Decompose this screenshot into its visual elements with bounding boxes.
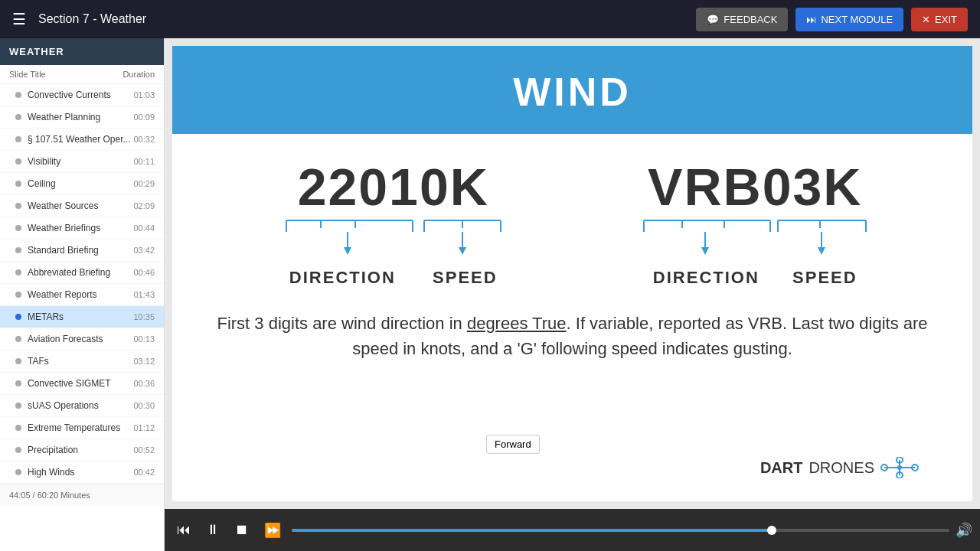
- sidebar: WEATHER Slide Title Duration Convective …: [0, 38, 165, 551]
- direction-label-1: DIRECTION: [289, 268, 396, 288]
- item-dot-0: [15, 92, 21, 98]
- sidebar-item-name-13: Convective SIGMET: [28, 378, 133, 389]
- sidebar-items-list: Convective Currents 01:03 Weather Planni…: [0, 84, 164, 484]
- sidebar-item-duration-11: 00:13: [133, 334, 155, 344]
- item-dot-6: [15, 225, 21, 231]
- progress-played: [292, 529, 772, 532]
- item-dot-1: [15, 114, 21, 120]
- sidebar-item[interactable]: § 107.51 Weather Oper... 00:32: [0, 129, 164, 151]
- sidebar-item[interactable]: Standard Briefing 03:42: [0, 240, 164, 262]
- sidebar-item-name-7: Standard Briefing: [28, 245, 133, 256]
- dart-drones-logo: DARTDRONES: [211, 449, 934, 486]
- sidebar-item-name-5: Weather Sources: [28, 201, 133, 211]
- sidebar-item-name-17: High Winds: [28, 467, 133, 478]
- sidebar-item-name-14: sUAS Operations: [28, 400, 133, 411]
- slide-body: 22010K: [172, 134, 972, 501]
- bottom-controls: ⏮ ⏸ ⏹ ⏩ 🔊: [165, 509, 980, 551]
- sidebar-item-name-6: Weather Briefings: [28, 223, 133, 233]
- slide-wrapper: WIND 22010K: [172, 46, 972, 501]
- sidebar-item-duration-16: 00:52: [133, 445, 155, 455]
- sidebar-item-duration-14: 00:30: [133, 401, 155, 410]
- wind-example-2: VRB03K: [636, 157, 874, 288]
- description-text: First 3 digits are wind direction in deg…: [211, 311, 934, 361]
- item-dot-3: [15, 158, 21, 165]
- forward-button[interactable]: ⏩: [260, 519, 286, 542]
- slide-main-title: WIND: [188, 69, 957, 115]
- labels-row-2: DIRECTION SPEED: [636, 268, 874, 288]
- sidebar-item[interactable]: Weather Sources 02:09: [0, 195, 164, 217]
- svg-marker-25: [818, 247, 825, 255]
- sidebar-item[interactable]: High Winds 00:42: [0, 461, 164, 484]
- sidebar-item-duration-6: 00:44: [133, 223, 155, 233]
- degrees-true-text: degrees True: [467, 314, 567, 333]
- sidebar-item-duration-0: 01:03: [133, 90, 155, 99]
- slide-blue-header: WIND: [172, 46, 972, 134]
- direction-label-2: DIRECTION: [653, 268, 760, 288]
- feedback-icon: 💬: [707, 14, 719, 25]
- sidebar-item[interactable]: Visibility 00:11: [0, 151, 164, 173]
- item-dot-17: [15, 469, 21, 475]
- sidebar-item-name-3: Visibility: [28, 156, 133, 167]
- dart-text: DART: [760, 459, 803, 477]
- pause-button[interactable]: ⏸: [201, 519, 224, 541]
- item-dot-13: [15, 380, 21, 386]
- progress-track[interactable]: [292, 529, 949, 532]
- item-dot-9: [15, 292, 21, 298]
- next-icon: ⏭: [806, 14, 816, 25]
- sidebar-item[interactable]: Precipitation 00:52: [0, 439, 164, 461]
- wind-example-1: 22010K: [271, 157, 516, 288]
- item-dot-2: [15, 136, 21, 142]
- sidebar-item[interactable]: TAFs 03:12: [0, 350, 164, 373]
- sidebar-item[interactable]: Extreme Temperatures 01:12: [0, 417, 164, 439]
- item-dot-12: [15, 358, 21, 364]
- sidebar-item[interactable]: Aviation Forecasts 00:13: [0, 328, 164, 350]
- sidebar-item-duration-2: 00:32: [133, 135, 155, 144]
- sidebar-item-duration-7: 03:42: [133, 246, 155, 255]
- next-module-button[interactable]: ⏭ NEXT MODULE: [795, 8, 903, 31]
- item-dot-8: [15, 269, 21, 276]
- rewind-button[interactable]: ⏮: [172, 519, 195, 541]
- top-bar: ☰ Section 7 - Weather 💬 FEEDBACK ⏭ NEXT …: [0, 0, 980, 38]
- sidebar-item-duration-10: 10:35: [133, 312, 155, 321]
- exit-button[interactable]: ✕ EXIT: [911, 8, 968, 31]
- sidebar-header: WEATHER: [0, 38, 164, 65]
- stop-button[interactable]: ⏹: [230, 519, 253, 541]
- item-dot-14: [15, 403, 21, 409]
- sidebar-item[interactable]: Weather Reports 01:43: [0, 284, 164, 306]
- speed-label-2: SPEED: [792, 268, 858, 288]
- sidebar-item[interactable]: Convective Currents 01:03: [0, 84, 164, 106]
- sidebar-item-name-1: Weather Planning: [28, 112, 133, 122]
- sidebar-item-name-16: Precipitation: [28, 445, 133, 455]
- sidebar-item[interactable]: Convective SIGMET 00:36: [0, 373, 164, 395]
- sidebar-item-duration-15: 01:12: [133, 423, 155, 432]
- feedback-button[interactable]: 💬 FEEDBACK: [696, 8, 788, 31]
- page-title: Section 7 - Weather: [38, 12, 146, 26]
- item-dot-10: [15, 314, 21, 320]
- drone-icon: [880, 457, 919, 478]
- sidebar-item-duration-3: 00:11: [133, 157, 155, 166]
- sidebar-item[interactable]: sUAS Operations 00:30: [0, 395, 164, 417]
- sidebar-item[interactable]: Abbreviated Briefing 00:46: [0, 262, 164, 284]
- bracket-svg-1: [271, 217, 516, 259]
- sidebar-item-name-0: Convective Currents: [28, 90, 133, 100]
- item-dot-11: [15, 336, 21, 342]
- sidebar-item-duration-17: 00:42: [133, 468, 155, 477]
- item-dot-4: [15, 181, 21, 187]
- sidebar-item-duration-4: 00:29: [133, 179, 155, 188]
- exit-icon: ✕: [922, 14, 930, 25]
- sidebar-item[interactable]: Weather Briefings 00:44: [0, 217, 164, 240]
- sidebar-item[interactable]: METARs 10:35: [0, 306, 164, 328]
- sidebar-item-name-2: § 107.51 Weather Oper...: [28, 134, 133, 145]
- volume-button[interactable]: 🔊: [956, 522, 972, 539]
- drones-text: DRONES: [808, 459, 874, 477]
- sidebar-item[interactable]: Ceiling 00:29: [0, 173, 164, 195]
- sidebar-column-headers: Slide Title Duration: [0, 65, 164, 84]
- wind-code-1: 22010K: [271, 157, 516, 217]
- sidebar-item-name-12: TAFs: [28, 356, 133, 367]
- wind-diagrams: 22010K: [211, 149, 934, 295]
- item-dot-7: [15, 247, 21, 253]
- sidebar-item[interactable]: Weather Planning 00:09: [0, 106, 164, 129]
- menu-icon[interactable]: ☰: [12, 10, 26, 28]
- sidebar-item-name-11: Aviation Forecasts: [28, 334, 133, 344]
- content-area: WIND 22010K: [165, 38, 980, 551]
